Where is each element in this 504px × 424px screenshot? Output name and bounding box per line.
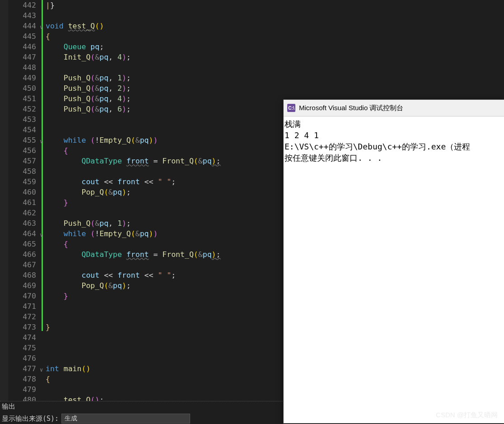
line-number[interactable]: 474 <box>8 332 38 343</box>
code-line[interactable] <box>46 62 285 73</box>
change-indicator <box>42 0 43 331</box>
output-source-label: 显示输出来源(S): <box>2 415 59 423</box>
code-line[interactable] <box>46 343 285 353</box>
code-line[interactable] <box>46 301 285 312</box>
line-number[interactable]: 477 <box>8 363 38 374</box>
console-output-body[interactable]: 栈满 1 2 4 1 E:\VS\c++的学习\Debug\c++的学习.exe… <box>284 116 504 165</box>
line-number[interactable]: 442 <box>8 0 38 10</box>
console-title-text: Microsoft Visual Studio 调试控制台 <box>299 104 403 112</box>
code-line[interactable]: { <box>46 145 285 156</box>
line-number[interactable]: 475 <box>8 343 38 353</box>
minimap-strip[interactable] <box>0 0 8 401</box>
code-line[interactable]: ∨int main() <box>46 363 285 374</box>
line-number[interactable]: 451 <box>8 93 38 104</box>
line-number[interactable]: 448 <box>8 62 38 73</box>
line-number[interactable]: 455 <box>8 135 38 145</box>
code-line[interactable] <box>46 312 285 322</box>
code-line[interactable]: QDataType front = Front_Q(&pq); <box>46 156 285 166</box>
line-number[interactable]: 446 <box>8 42 38 52</box>
fold-chevron-icon[interactable]: ∨ <box>40 22 43 33</box>
code-line[interactable] <box>46 260 285 270</box>
code-line[interactable] <box>46 114 285 125</box>
line-number[interactable]: 479 <box>8 384 38 395</box>
watermark-text: CSDN @打鱼又晒网 <box>436 411 498 419</box>
code-line[interactable] <box>46 208 285 218</box>
code-line[interactable]: { <box>46 31 285 42</box>
code-line[interactable]: Push_Q(&pq, 6); <box>46 104 285 114</box>
code-line[interactable] <box>46 125 285 135</box>
line-number[interactable]: 471 <box>8 301 38 312</box>
fold-chevron-icon[interactable]: ∨ <box>40 365 43 375</box>
code-line[interactable]: cout << front << " "; <box>46 270 285 280</box>
change-margin <box>38 0 44 401</box>
code-line[interactable]: QDataType front = Front_Q(&pq); <box>46 249 285 260</box>
code-line[interactable]: Push_Q(&pq, 4); <box>46 93 285 104</box>
code-content[interactable]: |}∨void test_Q(){ Queue pq; Init_Q(&pq, … <box>44 0 285 401</box>
line-number[interactable]: 463 <box>8 218 38 228</box>
code-line[interactable]: ∨void test_Q() <box>46 21 285 31</box>
console-app-icon: C:\ <box>287 104 295 112</box>
line-number[interactable]: 459 <box>8 177 38 187</box>
line-number[interactable]: 452 <box>8 104 38 114</box>
output-source-dropdown[interactable]: 生成 <box>61 414 190 424</box>
fold-chevron-icon[interactable]: ∨ <box>40 136 43 147</box>
line-number[interactable]: 461 <box>8 197 38 208</box>
code-line[interactable]: Pop_Q(&pq); <box>46 280 285 291</box>
line-number[interactable]: 467 <box>8 260 38 270</box>
code-line[interactable]: Queue pq; <box>46 42 285 52</box>
fold-chevron-icon[interactable]: ∨ <box>40 230 43 240</box>
line-number[interactable]: 470 <box>8 291 38 301</box>
line-number[interactable]: 445 <box>8 31 38 42</box>
debug-console-window[interactable]: C:\ Microsoft Visual Studio 调试控制台 栈满 1 2… <box>283 99 504 424</box>
line-number[interactable]: 456 <box>8 145 38 156</box>
line-number[interactable]: 449 <box>8 73 38 83</box>
code-line[interactable]: { <box>46 239 285 249</box>
line-number[interactable]: 472 <box>8 312 38 322</box>
line-number[interactable]: 464 <box>8 228 38 239</box>
output-source-value: 生成 <box>65 415 77 423</box>
code-line[interactable] <box>46 384 285 395</box>
output-panel: 输出 显示输出来源(S): 生成 <box>0 401 285 424</box>
line-number[interactable]: 458 <box>8 166 38 177</box>
line-number[interactable]: 460 <box>8 187 38 197</box>
code-line[interactable]: { <box>46 374 285 384</box>
line-number[interactable]: 466 <box>8 249 38 260</box>
line-number[interactable]: 443 <box>8 10 38 21</box>
code-line[interactable]: } <box>46 322 285 332</box>
code-line[interactable] <box>46 353 285 363</box>
line-number[interactable]: 444 <box>8 21 38 31</box>
line-number[interactable]: 478 <box>8 374 38 384</box>
code-line[interactable]: Init_Q(&pq, 4); <box>46 52 285 62</box>
code-line[interactable]: ∨ while (!Empty_Q(&pq)) <box>46 228 285 239</box>
code-line[interactable]: } <box>46 291 285 301</box>
line-number[interactable]: 457 <box>8 156 38 166</box>
line-number-gutter[interactable]: 4424434444454464474484494504514524534544… <box>8 0 38 401</box>
line-number[interactable]: 469 <box>8 280 38 291</box>
code-line[interactable]: ∨ while (!Empty_Q(&pq)) <box>46 135 285 145</box>
line-number[interactable]: 453 <box>8 114 38 125</box>
code-line[interactable]: |} <box>46 0 285 10</box>
line-number[interactable]: 473 <box>8 322 38 332</box>
editor: 4424434444454464474484494504514524534544… <box>8 0 285 401</box>
output-panel-title: 输出 <box>2 402 283 411</box>
line-number[interactable]: 450 <box>8 83 38 93</box>
code-line[interactable]: } <box>46 197 285 208</box>
line-number[interactable]: 468 <box>8 270 38 280</box>
code-line[interactable]: Push_Q(&pq, 1); <box>46 218 285 228</box>
code-line[interactable]: Pop_Q(&pq); <box>46 187 285 197</box>
code-line[interactable]: cout << front << " "; <box>46 177 285 187</box>
code-line[interactable] <box>46 332 285 343</box>
code-line[interactable]: Push_Q(&pq, 1); <box>46 73 285 83</box>
line-number[interactable]: 454 <box>8 125 38 135</box>
output-source-row: 显示输出来源(S): 生成 <box>2 414 283 424</box>
console-titlebar[interactable]: C:\ Microsoft Visual Studio 调试控制台 <box>284 100 504 116</box>
line-number[interactable]: 447 <box>8 52 38 62</box>
code-line[interactable]: Push_Q(&pq, 2); <box>46 83 285 93</box>
code-line[interactable] <box>46 166 285 177</box>
code-editor-area: 4424434444454464474484494504514524534544… <box>0 0 285 401</box>
line-number[interactable]: 476 <box>8 353 38 363</box>
line-number[interactable]: 465 <box>8 239 38 249</box>
line-number[interactable]: 462 <box>8 208 38 218</box>
code-line[interactable] <box>46 10 285 21</box>
